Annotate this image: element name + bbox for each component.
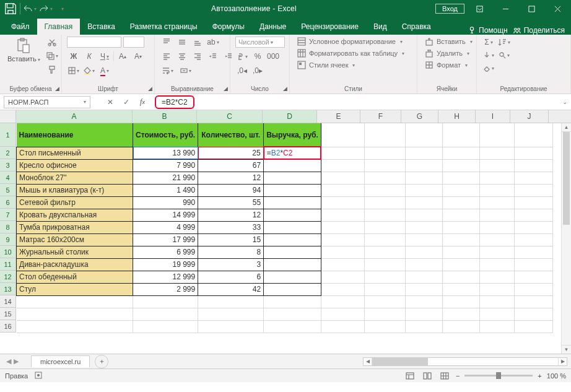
align-bottom-icon[interactable] xyxy=(191,37,204,48)
cell-I3[interactable] xyxy=(479,159,514,172)
cell-A11[interactable]: Диван-раскладушка xyxy=(17,258,133,271)
merge-icon[interactable] xyxy=(178,65,194,76)
cell-F11[interactable] xyxy=(364,258,405,271)
cell-A1[interactable]: Наименование xyxy=(17,123,133,147)
maximize-icon[interactable] xyxy=(520,0,543,17)
cell-C8[interactable]: 33 xyxy=(198,221,264,233)
cell-F15[interactable] xyxy=(364,308,405,320)
login-button[interactable]: Вход xyxy=(435,4,464,14)
cell-D8[interactable] xyxy=(264,221,321,233)
row-header-13[interactable]: 13 xyxy=(0,283,15,295)
cell-E2[interactable] xyxy=(321,147,364,159)
view-normal-icon[interactable] xyxy=(404,371,416,381)
cell-J12[interactable] xyxy=(514,271,552,283)
row-header-2[interactable]: 2 xyxy=(0,147,15,159)
tab-insert[interactable]: Вставка xyxy=(80,19,123,35)
row-header-7[interactable]: 7 xyxy=(0,209,15,221)
cell-C14[interactable] xyxy=(198,295,264,308)
cell-styles-button[interactable]: Стили ячеек xyxy=(295,60,357,70)
zoom-slider[interactable] xyxy=(464,375,533,377)
cell-A9[interactable]: Матрас 160х200см xyxy=(17,233,133,246)
minimize-icon[interactable] xyxy=(494,0,517,17)
view-pagebreak-icon[interactable] xyxy=(438,371,451,381)
cell-J13[interactable] xyxy=(514,283,552,295)
zoom-in-icon[interactable]: + xyxy=(538,372,541,380)
tab-formulas[interactable]: Формулы xyxy=(205,19,252,35)
cell-D15[interactable] xyxy=(264,308,321,320)
cell-E4[interactable] xyxy=(321,172,364,184)
align-center-icon[interactable] xyxy=(175,51,189,62)
cell-H16[interactable] xyxy=(442,320,479,333)
sheet-nav[interactable]: ◀▶ xyxy=(0,357,25,365)
cell-D12[interactable] xyxy=(264,271,321,283)
cell-C4[interactable]: 12 xyxy=(198,172,264,184)
cell-B16[interactable] xyxy=(133,320,198,333)
cell-E13[interactable] xyxy=(321,283,364,295)
cell-G8[interactable] xyxy=(405,221,442,233)
font-color-icon[interactable]: A xyxy=(98,65,111,76)
cell-G1[interactable] xyxy=(405,123,442,147)
col-header-C[interactable]: C xyxy=(197,110,263,123)
col-header-E[interactable]: E xyxy=(317,110,360,123)
cell-G7[interactable] xyxy=(405,209,442,221)
col-header-H[interactable]: H xyxy=(438,110,476,123)
cell-D5[interactable] xyxy=(264,184,321,196)
cell-C15[interactable] xyxy=(198,308,264,320)
horizontal-scrollbar[interactable]: ◀ ▶ xyxy=(363,357,567,366)
cell-G11[interactable] xyxy=(405,258,442,271)
cell-H11[interactable] xyxy=(442,258,479,271)
cell-B10[interactable]: 6 999 xyxy=(133,246,198,258)
vscroll-thumb[interactable] xyxy=(563,132,570,225)
cell-C9[interactable]: 15 xyxy=(198,233,264,246)
scroll-right-icon[interactable]: ▶ xyxy=(558,358,567,365)
formula-accept-icon[interactable]: ✓ xyxy=(119,96,134,108)
cell-D16[interactable] xyxy=(264,320,321,333)
font-size-combo[interactable] xyxy=(123,37,144,48)
cell-I13[interactable] xyxy=(479,283,514,295)
row-header-6[interactable]: 6 xyxy=(0,196,15,209)
cells-area[interactable]: НаименованиеСтоимость, руб.Количество, ш… xyxy=(16,123,571,333)
row-header-3[interactable]: 3 xyxy=(0,159,15,172)
cell-H7[interactable] xyxy=(442,209,479,221)
cell-G2[interactable] xyxy=(405,147,442,159)
cell-H3[interactable] xyxy=(442,159,479,172)
cell-G9[interactable] xyxy=(405,233,442,246)
redo-icon[interactable] xyxy=(39,2,53,15)
cell-A6[interactable]: Сетевой фильтр xyxy=(17,196,133,209)
format-painter-icon[interactable] xyxy=(45,64,59,75)
row-header-11[interactable]: 11 xyxy=(0,258,15,271)
cell-F6[interactable] xyxy=(364,196,405,209)
cell-B4[interactable]: 21 990 xyxy=(133,172,198,184)
cell-D1[interactable]: Выручка, руб. xyxy=(264,123,321,147)
align-right-icon[interactable] xyxy=(191,51,204,62)
align-left-icon[interactable] xyxy=(160,51,173,62)
cell-B15[interactable] xyxy=(133,308,198,320)
cell-I8[interactable] xyxy=(479,221,514,233)
cell-H13[interactable] xyxy=(442,283,479,295)
cell-E9[interactable] xyxy=(321,233,364,246)
tab-file[interactable]: Файл xyxy=(4,19,37,35)
row-header-1[interactable]: 1 xyxy=(0,123,15,147)
cell-B9[interactable]: 17 999 xyxy=(133,233,198,246)
font-name-combo[interactable] xyxy=(67,37,121,48)
decrease-font-icon[interactable]: A▾ xyxy=(131,51,145,62)
scroll-up-icon[interactable]: ▲ xyxy=(562,123,571,132)
cell-H8[interactable] xyxy=(442,221,479,233)
cell-G13[interactable] xyxy=(405,283,442,295)
cell-B14[interactable] xyxy=(133,295,198,308)
underline-button[interactable]: Ч xyxy=(98,51,111,62)
cell-E8[interactable] xyxy=(321,221,364,233)
cell-F3[interactable] xyxy=(364,159,405,172)
cell-J16[interactable] xyxy=(514,320,552,333)
ribbon-options-icon[interactable] xyxy=(468,0,490,17)
cell-F7[interactable] xyxy=(364,209,405,221)
view-layout-icon[interactable] xyxy=(421,371,434,381)
cell-B5[interactable]: 1 490 xyxy=(133,184,198,196)
select-all-corner[interactable] xyxy=(0,110,16,123)
cell-C7[interactable]: 12 xyxy=(198,209,264,221)
cell-J11[interactable] xyxy=(514,258,552,271)
currency-icon[interactable] xyxy=(235,51,249,62)
cell-F14[interactable] xyxy=(364,295,405,308)
cell-E10[interactable] xyxy=(321,246,364,258)
formula-expand-icon[interactable]: ⌄ xyxy=(562,98,567,105)
